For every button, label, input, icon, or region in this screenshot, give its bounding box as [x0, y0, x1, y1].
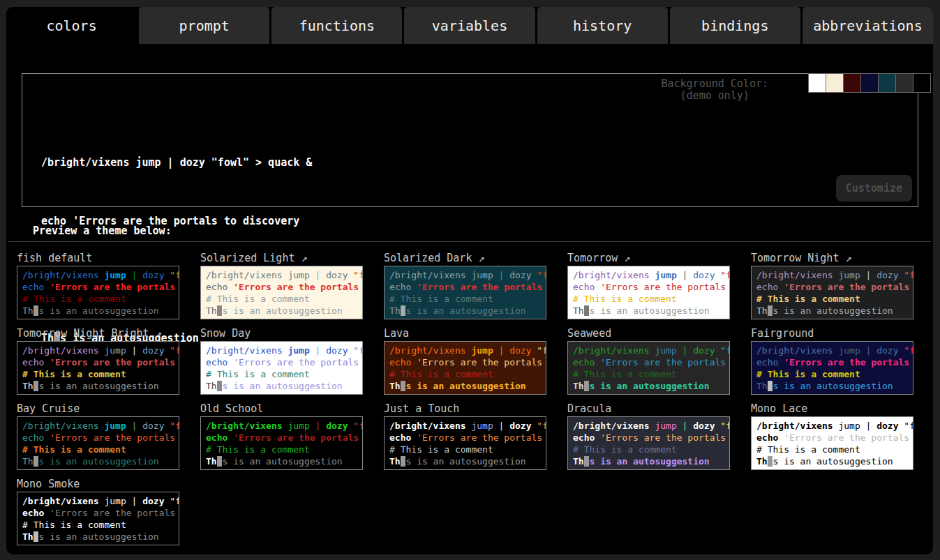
- external-link-icon[interactable]: ↗: [618, 252, 630, 264]
- theme-cell[interactable]: Solarized Light ↗/bright/vixens jump | d…: [200, 252, 363, 319]
- tab-history[interactable]: history: [537, 7, 668, 44]
- background-swatch-3[interactable]: [860, 73, 879, 93]
- tab-prompt[interactable]: prompt: [139, 7, 269, 44]
- theme-cell[interactable]: Old School/bright/vixens jump | dozy "fo…: [200, 402, 363, 470]
- comment-token: # This is a comment: [573, 294, 677, 304]
- echo-token: echo: [573, 357, 600, 368]
- theme-sample-command-line: /bright/vixens jump | dozy "fowl" > quac…: [206, 420, 362, 432]
- echo-token: echo: [22, 357, 50, 368]
- theme-cell[interactable]: Just a Touch/bright/vixens jump | dozy "…: [384, 402, 546, 470]
- theme-title: Tomorrow Night Bright ↗: [17, 327, 179, 340]
- tab-bar: colorspromptfunctionsvariableshistorybin…: [6, 7, 933, 44]
- theme-cell[interactable]: Tomorrow ↗/bright/vixens jump | dozy "fo…: [567, 252, 730, 319]
- customize-button[interactable]: Customize: [836, 175, 912, 202]
- pipe-token: |: [499, 270, 510, 280]
- pipe-token: |: [866, 345, 877, 356]
- background-swatch-0[interactable]: [808, 73, 826, 93]
- autosuggestion-token: s is an autosuggestion: [405, 456, 525, 467]
- command-token: dozy: [142, 345, 170, 356]
- error-token: 'Errors are the portals to discovery: [50, 282, 179, 292]
- theme-cell[interactable]: Fairground/bright/vixens jump | dozy "fo…: [751, 327, 913, 395]
- path-token: /bright/vixens: [22, 270, 104, 280]
- theme-cell[interactable]: Dracula/bright/vixens jump | dozy "fowl"…: [567, 402, 730, 470]
- theme-cell[interactable]: Tomorrow Night ↗/bright/vixens jump | do…: [751, 252, 913, 319]
- autosuggestion-token: s is an autosuggestion: [405, 381, 525, 391]
- theme-sample-error-line: echo 'Errors are the portals to discover…: [756, 356, 913, 368]
- theme-card[interactable]: /bright/vixens jump | dozy "fowl" > quac…: [567, 416, 730, 470]
- command-token: dozy: [693, 270, 720, 280]
- external-link-icon[interactable]: ↗: [294, 252, 307, 264]
- external-link-icon[interactable]: ↗: [149, 327, 162, 340]
- tab-colors[interactable]: colors: [6, 7, 137, 44]
- theme-cell[interactable]: Seaweed/bright/vixens jump | dozy "fowl"…: [567, 327, 730, 395]
- theme-card[interactable]: /bright/vixens jump | dozy "fowl" > quac…: [200, 341, 363, 395]
- theme-card[interactable]: /bright/vixens jump | dozy "fowl" > quac…: [751, 341, 913, 395]
- theme-sample-comment-line: # This is a comment: [22, 368, 179, 380]
- theme-card[interactable]: /bright/vixens jump | dozy "fowl" > quac…: [17, 416, 179, 470]
- param-token: jump: [104, 496, 131, 506]
- tab-abbreviations[interactable]: abbreviations: [803, 7, 933, 44]
- theme-cell[interactable]: Lava/bright/vixens jump | dozy "fowl" > …: [384, 327, 546, 395]
- comment-token: # This is a comment: [756, 444, 860, 455]
- theme-card[interactable]: /bright/vixens jump | dozy "fowl" > quac…: [384, 266, 546, 319]
- theme-sample-command-line: /bright/vixens jump | dozy "fowl" > quac…: [573, 345, 729, 356]
- theme-sample-autosuggestion-line: This is an autosuggestion: [756, 380, 913, 392]
- theme-card[interactable]: /bright/vixens jump | dozy "fowl" > quac…: [384, 341, 546, 395]
- theme-cell[interactable]: Bay Cruise/bright/vixens jump | dozy "fo…: [17, 402, 179, 470]
- pipe-token: |: [682, 421, 694, 431]
- theme-card[interactable]: /bright/vixens jump | dozy "fowl" > quac…: [567, 341, 730, 395]
- theme-cell[interactable]: Mono Lace/bright/vixens jump | dozy "fow…: [751, 402, 913, 470]
- theme-card[interactable]: /bright/vixens jump | dozy "fowl" > quac…: [17, 266, 179, 319]
- theme-sample-autosuggestion-line: This is an autosuggestion: [573, 305, 729, 317]
- path-token: /bright/vixens: [756, 270, 838, 280]
- theme-card[interactable]: /bright/vixens jump | dozy "fowl" > quac…: [200, 266, 363, 319]
- path-token: /bright/vixens: [756, 421, 838, 431]
- autosuggestion-token: s is an autosuggestion: [222, 381, 342, 391]
- command-token: dozy: [326, 421, 353, 431]
- background-color-label-line1: Background Color:: [661, 78, 768, 90]
- error-token: 'Errors are the portals to discovery: [417, 432, 546, 443]
- command-token: dozy: [509, 421, 537, 431]
- theme-sample-comment-line: # This is a comment: [389, 293, 546, 305]
- theme-card[interactable]: /bright/vixens jump | dozy "fowl" > quac…: [751, 416, 913, 470]
- background-swatch-5[interactable]: [895, 73, 913, 93]
- theme-card[interactable]: /bright/vixens jump | dozy "fowl" > quac…: [384, 416, 546, 470]
- theme-card[interactable]: /bright/vixens jump | dozy "fowl" > quac…: [751, 266, 913, 319]
- echo-token: echo: [22, 432, 50, 443]
- tab-variables[interactable]: variables: [404, 7, 535, 44]
- theme-sample-error-line: echo 'Errors are the portals to discover…: [389, 281, 546, 293]
- theme-cell[interactable]: Solarized Dark ↗/bright/vixens jump | do…: [384, 252, 546, 319]
- tab-functions[interactable]: functions: [271, 7, 402, 44]
- tab-bindings[interactable]: bindings: [670, 7, 800, 44]
- theme-card[interactable]: /bright/vixens jump | dozy "fowl" > quac…: [200, 416, 363, 470]
- theme-card[interactable]: /bright/vixens jump | dozy "fowl" > quac…: [567, 266, 730, 319]
- external-link-icon[interactable]: ↗: [472, 252, 484, 264]
- theme-sample-comment-line: # This is a comment: [756, 444, 913, 455]
- theme-cell[interactable]: Tomorrow Night Bright ↗/bright/vixens ju…: [17, 327, 179, 395]
- theme-card[interactable]: /bright/vixens jump | dozy "fowl" > quac…: [17, 341, 179, 395]
- theme-cell[interactable]: fish default/bright/vixens jump | dozy "…: [17, 252, 179, 319]
- background-swatch-2[interactable]: [843, 73, 861, 93]
- theme-title: fish default: [17, 252, 179, 264]
- comment-token: # This is a comment: [22, 294, 126, 304]
- theme-card[interactable]: /bright/vixens jump | dozy "fowl" > quac…: [17, 492, 179, 545]
- path-token: /bright/vixens: [206, 345, 288, 356]
- theme-sample-comment-line: # This is a comment: [756, 293, 913, 305]
- background-swatch-4[interactable]: [878, 73, 896, 93]
- theme-cell[interactable]: Mono Smoke/bright/vixens jump | dozy "fo…: [17, 478, 179, 545]
- background-swatch-1[interactable]: [826, 73, 844, 93]
- theme-sample-command-line: /bright/vixens jump | dozy "fowl" > quac…: [22, 420, 179, 432]
- background-swatch-6[interactable]: [913, 73, 931, 93]
- pipe-token: |: [315, 345, 327, 356]
- autosuggestion-token: s is an autosuggestion: [405, 305, 525, 316]
- theme-sample-command-line: /bright/vixens jump | dozy "fowl" > quac…: [206, 269, 362, 281]
- theme-sample-command-line: /bright/vixens jump | dozy "fowl" > quac…: [389, 345, 546, 356]
- quote-token: "fowl" > quack &: [170, 270, 179, 280]
- comment-token: # This is a comment: [206, 369, 310, 379]
- theme-cell[interactable]: Snow Day/bright/vixens jump | dozy "fowl…: [200, 327, 363, 395]
- theme-sample-error-line: echo 'Errors are the portals to discover…: [22, 356, 179, 368]
- autosuggestion-token: s is an autosuggestion: [38, 531, 158, 542]
- external-link-icon[interactable]: ↗: [839, 252, 851, 264]
- theme-sample-command-line: /bright/vixens jump | dozy "fowl" > quac…: [389, 269, 546, 281]
- background-color-label-line2: (demo only): [661, 90, 768, 102]
